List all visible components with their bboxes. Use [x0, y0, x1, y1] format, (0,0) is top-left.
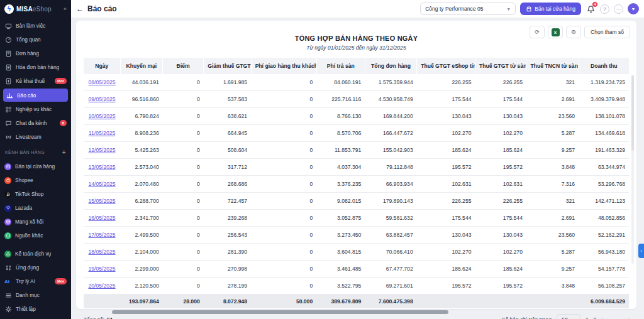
store-mode-button[interactable]: Bán tại cửa hàng	[520, 3, 581, 15]
sidebar-item-menu[interactable]: Danh mục	[0, 288, 71, 302]
prev-page-button[interactable]: <	[610, 317, 613, 319]
table-header-row: NgàyKhuyến mạiĐiểmGiảm thuế GTGTPhí giao…	[84, 58, 629, 74]
value-cell: 102.270	[417, 244, 475, 261]
refresh-button[interactable]: ⟳	[530, 26, 545, 38]
value-cell: 5.287	[526, 125, 579, 142]
sidebar-item-orders[interactable]: Đơn hàng	[0, 46, 71, 60]
sidebar-channel-store[interactable]: Bán tại cửa hàng	[0, 160, 71, 173]
value-cell: 63.344.974	[579, 159, 629, 176]
sidebar-item-label: Chat đa kênh	[16, 120, 47, 126]
sidebar-item-apps[interactable]: Ứng dụng	[0, 261, 71, 274]
value-cell: 4.037.304	[316, 159, 365, 176]
back-button[interactable]: ←	[76, 4, 84, 13]
sidebar-collapse-button[interactable]: «	[64, 6, 67, 12]
value-cell: 0	[251, 176, 316, 193]
value-cell: 175.544	[475, 91, 526, 108]
date-link[interactable]: 08/05/2025	[89, 79, 116, 85]
value-cell: 66.903.934	[365, 176, 416, 193]
value-cell: 0	[251, 278, 316, 295]
value-cell: 8.570.706	[316, 125, 365, 142]
total-cell	[526, 295, 579, 309]
sidebar-channel-social[interactable]: Mạng xã hội	[0, 215, 71, 229]
date-link[interactable]: 20/05/2025	[89, 283, 116, 289]
sidebar-channel-box[interactable]: Nguồn khác	[0, 229, 71, 242]
per-page-select[interactable]: 50 ▼	[557, 314, 580, 319]
report-settings-button[interactable]: ⚙	[566, 26, 581, 38]
value-cell: 537.583	[204, 91, 251, 108]
value-cell: 0	[163, 210, 204, 227]
export-excel-button[interactable]: x	[548, 26, 563, 38]
sidebar-channel-lazada[interactable]: Lazada	[0, 201, 71, 215]
sidebar-item-livestream[interactable]: Livestream	[0, 130, 71, 144]
date-link[interactable]: 18/05/2025	[89, 249, 116, 255]
value-cell: 0	[251, 210, 316, 227]
value-cell: 169.844.200	[365, 108, 416, 125]
date-link[interactable]: 10/05/2025	[89, 113, 116, 119]
date-link[interactable]: 11/05/2025	[89, 130, 115, 136]
first-page-button[interactable]: |<	[601, 317, 604, 319]
notification-badge: 4	[592, 1, 598, 8]
sidebar-channel-bag[interactable]: Shopee	[0, 173, 71, 187]
user-avatar[interactable]: ▼	[628, 3, 639, 14]
value-cell: 0	[251, 91, 316, 108]
notifications-button[interactable]: 4	[586, 4, 596, 14]
sidebar-item-accounting[interactable]: Kế toán dịch vụ	[0, 247, 71, 261]
value-cell: 1.319.234.725	[579, 74, 629, 91]
table-row: 15/05/20256.288.7000722.45709.082.015179…	[84, 193, 629, 210]
value-cell: 9.082.015	[316, 193, 365, 210]
value-cell: 63.882.457	[365, 227, 416, 244]
date-link[interactable]: 13/05/2025	[89, 164, 116, 170]
value-cell: 321	[526, 74, 579, 91]
logo-row: ϟ MISAeShop «	[0, 0, 71, 18]
value-cell: 0	[251, 227, 316, 244]
more-options-button[interactable]: ⋯	[614, 4, 623, 14]
sidebar-item-gear[interactable]: Thiết lập	[0, 302, 71, 316]
date-link[interactable]: 15/05/2025	[89, 198, 116, 204]
horizontal-scrollbar-thumb[interactable]	[112, 310, 448, 314]
date-link[interactable]: 17/05/2025	[89, 232, 116, 238]
sidebar-item-invoice[interactable]: Hóa đơn bán hàng	[0, 60, 71, 74]
sidebar-channel-music[interactable]: TikTok Shop	[0, 187, 71, 201]
store-button-label: Bán tại cửa hàng	[535, 6, 575, 12]
vertical-scrollbar[interactable]	[631, 75, 634, 264]
value-cell: 44.036.191	[120, 74, 163, 91]
page-title: Báo cáo	[87, 4, 117, 13]
column-header: Thuế GTGT eShop tính	[417, 58, 475, 74]
tax-icon	[5, 78, 12, 85]
date-link[interactable]: 14/05/2025	[89, 181, 116, 187]
sidebar-item-label: Kế toán dịch vụ	[15, 251, 51, 257]
social-icon	[6, 219, 11, 224]
last-page-button[interactable]: >|	[626, 317, 629, 319]
value-cell: 130.043	[475, 108, 526, 125]
date-cell: 12/05/2025	[84, 142, 120, 159]
sidebar-item-workspace[interactable]: Bàn làm việc	[0, 19, 71, 33]
value-cell: 185.624	[417, 261, 475, 278]
sidebar-item-report[interactable]: Báo cáo	[3, 89, 68, 102]
value-cell: 84.060.191	[316, 74, 365, 91]
sidebar-item-overview[interactable]: Tổng quan	[0, 33, 71, 46]
value-cell: 722.457	[204, 193, 251, 210]
sidebar-item-tax[interactable]: Kê khai thuếMới	[0, 74, 71, 88]
date-link[interactable]: 09/05/2025	[89, 96, 116, 102]
next-page-button[interactable]: >	[618, 317, 621, 319]
date-link[interactable]: 19/05/2025	[89, 266, 116, 272]
date-link[interactable]: 16/05/2025	[89, 215, 116, 221]
expand-panel-button[interactable]: ‹	[638, 244, 644, 258]
sidebar-badge: Mới	[55, 278, 67, 284]
value-cell: 3.273.450	[316, 227, 365, 244]
choose-params-button[interactable]: Chọn tham số	[584, 26, 630, 38]
date-link[interactable]: 12/05/2025	[89, 147, 116, 153]
value-cell: 56.108.257	[579, 278, 629, 295]
add-channel-button[interactable]: +	[62, 149, 66, 156]
value-cell: 638.621	[204, 108, 251, 125]
sidebar-item-chat[interactable]: Chat đa kênh6	[0, 116, 71, 130]
help-button[interactable]: ?	[600, 4, 609, 14]
sidebar-item-ai[interactable]: AiTrợ lý AIMới	[0, 274, 71, 288]
company-select[interactable]: Công ty Performance 05 ▼	[420, 3, 516, 15]
value-cell: 3.848	[526, 159, 579, 176]
excel-icon: x	[552, 28, 560, 36]
value-cell: 268.686	[204, 176, 251, 193]
value-cell: 0	[163, 142, 204, 159]
sidebar-item-other-ops[interactable]: Nghiệp vụ khác	[0, 102, 71, 116]
table-totals-row: 193.097.86428.0008.072.94850.000389.679.…	[84, 295, 629, 309]
